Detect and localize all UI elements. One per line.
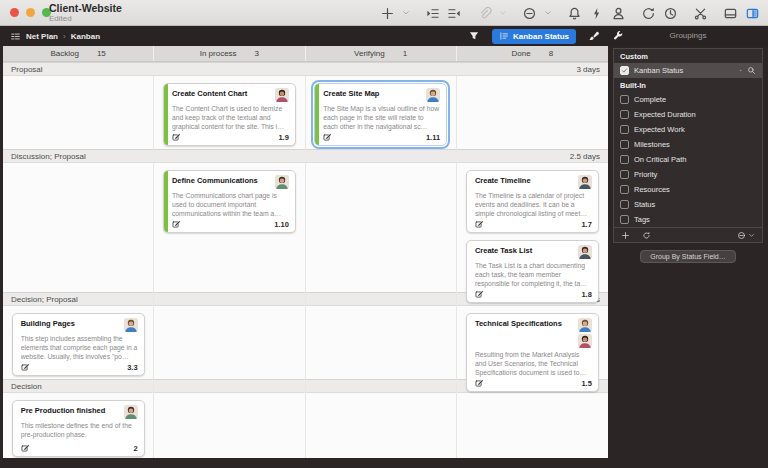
column-header-backlog: Backlog15 bbox=[3, 46, 154, 61]
assignee-avatar bbox=[426, 88, 440, 102]
kanban-cell bbox=[3, 76, 154, 152]
assignee-avatar bbox=[124, 405, 138, 419]
swimlane-body: Define CommunicationsThe Communications … bbox=[3, 163, 608, 292]
grouping-item-kanban-status[interactable]: Kanban Status · bbox=[614, 63, 762, 78]
search-icon[interactable] bbox=[747, 66, 756, 75]
add-grouping-icon[interactable] bbox=[621, 231, 630, 240]
grouping-item-priority[interactable]: Priority bbox=[614, 167, 762, 182]
net-plan-view-icon bbox=[10, 31, 21, 42]
custom-section-header: Custom bbox=[614, 49, 762, 63]
kanban-cell bbox=[306, 393, 457, 458]
card-outline-number: 1.9 bbox=[278, 133, 288, 142]
grouping-item-resources[interactable]: Resources bbox=[614, 182, 762, 197]
chevron-down-icon[interactable] bbox=[402, 9, 410, 17]
document-title: Client-Website bbox=[49, 2, 122, 14]
breadcrumb-kanban[interactable]: Kanban bbox=[71, 32, 100, 41]
checkbox-icon[interactable] bbox=[620, 110, 629, 119]
outdent-icon[interactable] bbox=[447, 6, 462, 21]
grouping-item-milestones[interactable]: Milestones bbox=[614, 137, 762, 152]
card-avatars bbox=[578, 318, 592, 348]
cut-icon[interactable] bbox=[693, 6, 708, 21]
kanban-status-button[interactable]: Kanban Status bbox=[492, 29, 576, 44]
card-outline-number: 1.5 bbox=[581, 379, 591, 388]
kanban-card[interactable]: Technical SpecificationsResulting from t… bbox=[466, 313, 599, 392]
checkbox-icon[interactable] bbox=[620, 155, 629, 164]
chevron-down-icon[interactable] bbox=[748, 232, 755, 239]
checkbox-icon[interactable] bbox=[620, 215, 629, 224]
person-icon[interactable] bbox=[611, 6, 626, 21]
edit-note-icon bbox=[21, 363, 30, 372]
card-outline-number: 2 bbox=[133, 444, 137, 453]
kanban-card[interactable]: Define CommunicationsThe Communications … bbox=[163, 170, 296, 233]
lightning-icon[interactable] bbox=[589, 6, 604, 21]
kanban-card[interactable]: Pre Production finishedThis milestone de… bbox=[12, 400, 145, 457]
bell-icon[interactable] bbox=[567, 6, 582, 21]
swimlane-label: Discussion; Proposal bbox=[11, 152, 86, 161]
kanban-card[interactable]: Create TimelineThe Timeline is a calenda… bbox=[466, 170, 599, 233]
assignee-avatar bbox=[578, 175, 592, 189]
style-brush-icon[interactable] bbox=[588, 30, 600, 42]
sync-icon[interactable] bbox=[641, 6, 656, 21]
assignee-avatar bbox=[578, 245, 592, 259]
checkbox-checked-icon[interactable] bbox=[620, 66, 629, 75]
history-icon[interactable] bbox=[663, 6, 678, 21]
chevron-down-icon bbox=[499, 9, 507, 17]
panel-right-icon[interactable] bbox=[745, 6, 760, 21]
kanban-cell: Pre Production finishedThis milestone de… bbox=[3, 393, 154, 458]
card-title: Create Task List bbox=[475, 245, 574, 259]
checkbox-icon[interactable] bbox=[620, 95, 629, 104]
column-headers: Backlog15In process3Verifying1Done8 bbox=[3, 46, 608, 62]
grouping-item-tags[interactable]: Tags bbox=[614, 212, 762, 227]
card-outline-number: 1.10 bbox=[274, 220, 289, 229]
kanban-board-icon bbox=[499, 31, 509, 41]
edit-note-icon bbox=[475, 379, 484, 388]
remove-circle-icon[interactable] bbox=[522, 6, 537, 21]
refresh-icon[interactable] bbox=[642, 231, 651, 240]
add-icon[interactable] bbox=[380, 6, 395, 21]
kanban-cell bbox=[306, 163, 457, 309]
window-controls bbox=[10, 8, 51, 17]
minimize-window-button[interactable] bbox=[26, 8, 35, 17]
checkbox-icon[interactable] bbox=[620, 140, 629, 149]
kanban-cell bbox=[306, 306, 457, 398]
checkbox-icon[interactable] bbox=[620, 200, 629, 209]
kanban-cell bbox=[154, 306, 305, 398]
swimlane-label: Decision; Proposal bbox=[11, 295, 78, 304]
swimlane-label: Decision bbox=[11, 382, 42, 391]
card-description: The Site Map is a visual outline of how … bbox=[323, 104, 440, 131]
kanban-card[interactable]: Create Task ListThe Task List is a chart… bbox=[466, 240, 599, 303]
groupings-sidebar: Custom Kanban Status · Built-In Complete… bbox=[608, 46, 768, 468]
checkbox-icon[interactable] bbox=[620, 170, 629, 179]
panel-bottom-icon[interactable] bbox=[723, 6, 738, 21]
group-by-status-field-button[interactable]: Group By Status Field… bbox=[640, 250, 735, 263]
grouping-item-expected-work[interactable]: Expected Work bbox=[614, 122, 762, 137]
checkbox-icon[interactable] bbox=[620, 185, 629, 194]
grouping-item-label: On Critical Path bbox=[634, 155, 756, 164]
grouping-item-status[interactable]: Status bbox=[614, 197, 762, 212]
kanban-cell: Define CommunicationsThe Communications … bbox=[154, 163, 305, 309]
kanban-card[interactable]: Building PagesThis step includes assembl… bbox=[12, 313, 145, 376]
grouping-item-complete[interactable]: Complete bbox=[614, 92, 762, 107]
chevron-down-icon[interactable] bbox=[544, 9, 552, 17]
column-label: In process bbox=[200, 49, 237, 58]
action-menu-icon[interactable] bbox=[737, 231, 746, 240]
status-stripe bbox=[164, 171, 168, 232]
swimlane-duration: 3 days bbox=[576, 65, 600, 74]
breadcrumb-net-plan[interactable]: Net Plan bbox=[26, 32, 58, 41]
column-count: 15 bbox=[97, 49, 106, 58]
kanban-card[interactable]: Create Site MapThe Site Map is a visual … bbox=[314, 83, 447, 146]
edit-note-icon bbox=[475, 220, 484, 229]
column-header-in-process: In process3 bbox=[154, 46, 305, 61]
sidebar-panel-title: Groupings bbox=[608, 26, 768, 46]
card-outline-number: 1.11 bbox=[426, 133, 440, 142]
checkbox-icon[interactable] bbox=[620, 125, 629, 134]
indent-icon[interactable] bbox=[425, 6, 440, 21]
card-description: The Content Chart is used to itemize and… bbox=[172, 104, 289, 131]
kanban-cell bbox=[3, 163, 154, 309]
kanban-card[interactable]: Create Content ChartThe Content Chart is… bbox=[163, 83, 296, 146]
swimlane-header: Proposal3 days bbox=[3, 62, 608, 76]
grouping-item-expected-duration[interactable]: Expected Duration bbox=[614, 107, 762, 122]
close-window-button[interactable] bbox=[10, 8, 19, 17]
grouping-item-on-critical-path[interactable]: On Critical Path bbox=[614, 152, 762, 167]
filter-icon[interactable] bbox=[468, 30, 480, 42]
